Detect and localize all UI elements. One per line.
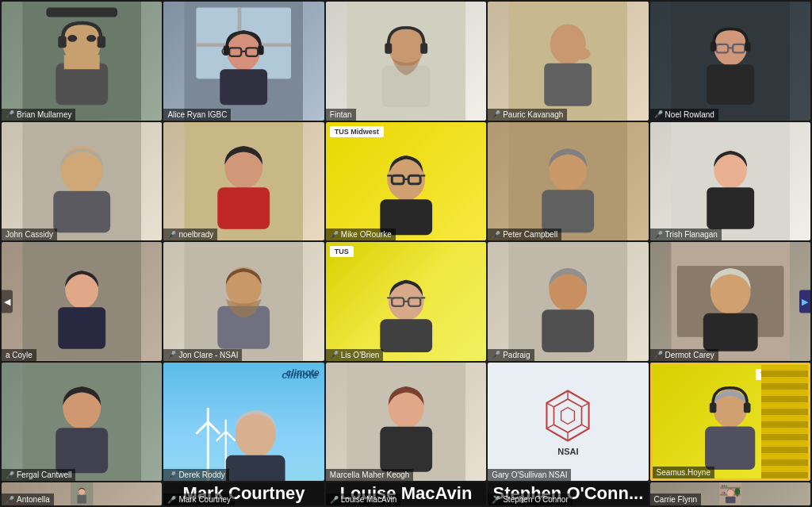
name-label: Alice Ryan IGBC [163,109,231,121]
name-label: 🎤 Mark Courtney [163,494,235,505]
tile-padraig: 🎤 Padraig [488,242,648,361]
svg-rect-20 [259,45,264,55]
person-visual [653,365,808,479]
svg-line-95 [582,424,589,428]
svg-rect-110 [721,486,722,487]
name-label: John Cassidy [2,229,57,240]
tile-mike-orourke: TUS Midwest 🎤 Mike ORourke [326,122,486,241]
svg-marker-91 [554,399,582,432]
nsai-logo-container: NSAI [488,363,648,482]
svg-rect-19 [224,45,229,55]
svg-rect-68 [542,309,594,352]
tile-jon-clare: 🎤 Jon Clare - NSAI [163,242,324,361]
name-label: 🎤 Jon Clare - NSAI [163,349,242,361]
svg-rect-40 [53,190,110,232]
svg-rect-25 [420,43,427,53]
tile-derek-roddy: climote climote 🎤 Derek Roddy [163,363,324,482]
svg-point-29 [574,48,591,60]
person-visual [163,374,324,482]
name-label: a Coyle [2,349,36,361]
name-label: 🎤 Fergal Cantwell [2,469,75,481]
svg-rect-2 [56,63,108,105]
svg-rect-102 [744,402,751,413]
svg-rect-57 [58,307,105,348]
svg-rect-111 [723,486,725,487]
name-label: 🎤 Noel Rowland [650,109,718,121]
svg-point-115 [734,489,740,496]
tile-mark-courtney: Mark Courtney 🎤 Mark Courtney [163,482,324,505]
tile-fintan: Fintan [326,2,486,121]
mic-icon: 🎤 [654,110,663,118]
person-visual [488,122,648,241]
tile-lis-obrien: TUS 🎤 Lis O'Brien [326,242,486,361]
person-visual [488,2,648,121]
svg-rect-7 [58,36,66,48]
mic-icon: 🎤 [6,471,14,479]
next-page-button[interactable]: ▶ [799,290,810,313]
svg-point-5 [86,35,96,42]
name-label: 🎤 Mike ORourke [326,229,396,240]
svg-rect-14 [220,69,268,105]
name-label: 🎤 Trish Flanagan [650,229,722,240]
tile-pauric-kavanagh: 🎤 Pauric Kavanagh [488,2,648,121]
tile-seamus-hoyne: TUS Midwest Seamus.Hoyne [650,363,810,482]
video-grid: 🎤 Brian Mullarney [0,0,812,507]
svg-line-94 [582,402,589,406]
svg-rect-118 [725,497,735,504]
name-label: 🎤 Peter Campbell [488,229,561,240]
svg-line-97 [547,424,554,428]
mic-icon: 🎤 [492,110,500,118]
mic-icon: 🎤 [167,471,176,479]
person-visual [2,2,162,121]
mic-icon: 🎤 [654,351,663,359]
nsai-text: NSAI [557,447,578,456]
person-visual [650,242,810,361]
svg-rect-116 [736,495,737,497]
svg-rect-24 [385,43,392,53]
svg-rect-51 [542,190,594,232]
name-label: Seamus.Hoyne [653,467,714,478]
svg-rect-105 [77,495,86,504]
svg-rect-62 [380,319,432,352]
tile-marcella-keogh: Marcella Maher Keogh [326,363,486,482]
person-visual [650,122,810,241]
name-label: 🎤 noelbrady [163,229,217,240]
svg-rect-76 [56,428,108,473]
name-label: 🎤 Dermot Carey [650,349,718,361]
tile-alice-ryan: Alice Ryan IGBC [163,2,324,121]
mic-icon: 🎤 [167,496,176,504]
tile-a-coyle: a Coyle ◀ [2,242,162,361]
name-label: 🎤 Lis O'Brien [326,349,384,361]
name-label: 🎤 Stephen O'Connor [488,494,573,505]
svg-rect-36 [710,42,715,52]
svg-point-4 [67,35,77,42]
svg-line-78 [197,422,209,434]
svg-rect-54 [707,187,754,229]
mic-icon: 🎤 [6,496,14,504]
svg-rect-37 [745,42,750,52]
svg-rect-101 [710,402,717,413]
tile-peter-campbell: 🎤 Peter Campbell [488,122,648,241]
svg-rect-3 [64,55,100,69]
svg-rect-89 [380,427,432,472]
person-visual [488,242,648,361]
svg-rect-43 [218,187,270,229]
tile-noel-rowland: 🎤 Noel Rowland [650,2,810,121]
mic-icon: 🎤 [492,351,500,359]
mic-icon: 🎤 [492,231,500,239]
name-label: 🎤 Padraig [488,349,534,361]
mic-icon: 🎤 [330,231,339,239]
mic-icon: 🎤 [492,496,500,504]
tile-john-cassidy: John Cassidy [2,122,162,241]
mic-icon: 🎤 [330,496,339,504]
prev-page-button[interactable]: ◀ [2,290,13,313]
name-label: 🎤 Brian Mullarney [2,109,75,121]
tile-brian-mullarney: 🎤 Brian Mullarney [2,2,162,121]
nsai-logo-svg [540,388,596,444]
svg-rect-32 [707,64,754,105]
svg-rect-113 [721,492,722,494]
svg-line-83 [226,432,236,441]
name-label: Fintan [326,109,356,121]
svg-marker-92 [561,407,575,424]
mic-icon: 🎤 [167,351,176,359]
